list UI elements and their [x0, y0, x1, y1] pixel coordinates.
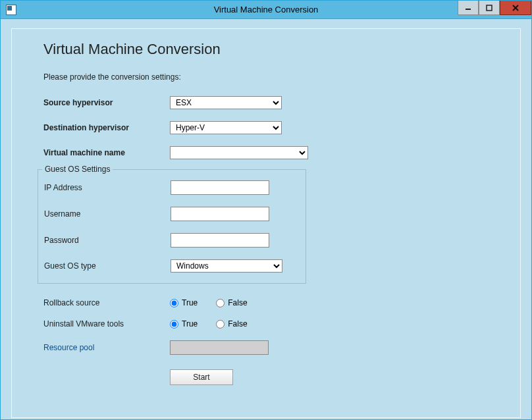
close-button[interactable]	[500, 1, 531, 15]
close-icon	[512, 5, 519, 11]
input-resource-pool	[170, 340, 269, 355]
content-outer: Virtual Machine Conversion Please provid…	[1, 19, 531, 419]
window: Virtual Machine Conversion Virtual Machi…	[0, 0, 532, 420]
label-username: Username	[38, 209, 171, 219]
radio-label-rollback-false: False	[228, 298, 247, 307]
row-start: Start	[170, 369, 502, 385]
label-uninstall-vmware: Uninstall VMware tools	[43, 319, 170, 328]
app-icon	[6, 5, 16, 15]
content-panel: Virtual Machine Conversion Please provid…	[11, 28, 521, 418]
label-ip-address: IP Address	[38, 183, 171, 192]
row-vm-name: Virtual machine name	[43, 146, 502, 159]
input-username[interactable]	[171, 207, 269, 221]
page-title: Virtual Machine Conversion	[43, 41, 502, 58]
window-controls	[458, 1, 531, 15]
legend-guest-os: Guest OS Settings	[42, 165, 113, 174]
row-guest-os-type: Guest OS type Windows	[38, 259, 298, 273]
radio-label-uninstall-true: True	[182, 319, 198, 328]
label-vm-name: Virtual machine name	[43, 148, 170, 157]
instruction-text: Please provide the conversion settings:	[43, 72, 502, 82]
row-source-hypervisor: Source hypervisor ESX	[43, 96, 502, 109]
radio-label-uninstall-false: False	[228, 319, 247, 328]
select-guest-os-type[interactable]: Windows	[171, 259, 282, 273]
link-resource-pool[interactable]: Resource pool	[43, 343, 170, 352]
maximize-icon	[486, 5, 492, 11]
label-rollback-source: Rollback source	[43, 298, 170, 307]
label-source-hypervisor: Source hypervisor	[43, 98, 170, 107]
radio-group-uninstall: True False	[170, 319, 248, 328]
maximize-button[interactable]	[479, 1, 500, 15]
label-password: Password	[38, 236, 171, 245]
fieldset-guest-os: Guest OS Settings IP Address Username Pa…	[38, 165, 306, 284]
select-source-hypervisor[interactable]: ESX	[170, 96, 282, 109]
minimize-button[interactable]	[458, 1, 479, 15]
radio-uninstall-true[interactable]: True	[170, 319, 198, 328]
radio-input-uninstall-true[interactable]	[170, 320, 178, 328]
row-password: Password	[38, 233, 298, 248]
row-username: Username	[38, 207, 298, 221]
input-ip-address[interactable]	[171, 180, 269, 195]
select-vm-name[interactable]	[170, 146, 308, 159]
radio-input-rollback-true[interactable]	[170, 299, 178, 307]
row-rollback-source: Rollback source True False	[43, 298, 502, 307]
radio-uninstall-false[interactable]: False	[216, 319, 247, 328]
radio-input-uninstall-false[interactable]	[216, 320, 225, 328]
start-button[interactable]: Start	[170, 369, 233, 385]
window-title: Virtual Machine Conversion	[1, 5, 531, 14]
radio-rollback-false[interactable]: False	[216, 298, 247, 307]
radio-input-rollback-false[interactable]	[216, 299, 225, 307]
row-destination-hypervisor: Destination hypervisor Hyper-V	[43, 121, 502, 134]
label-destination-hypervisor: Destination hypervisor	[43, 123, 170, 132]
radio-rollback-true[interactable]: True	[170, 298, 198, 307]
titlebar: Virtual Machine Conversion	[1, 1, 531, 19]
svg-rect-1	[487, 5, 492, 11]
row-ip-address: IP Address	[38, 180, 298, 195]
minimize-icon	[465, 5, 471, 11]
radio-group-rollback: True False	[170, 298, 248, 307]
input-password[interactable]	[171, 233, 269, 248]
row-resource-pool: Resource pool	[43, 340, 502, 355]
select-destination-hypervisor[interactable]: Hyper-V	[170, 121, 282, 134]
row-uninstall-vmware: Uninstall VMware tools True False	[43, 319, 502, 328]
radio-label-rollback-true: True	[182, 298, 198, 307]
label-guest-os-type: Guest OS type	[38, 261, 171, 271]
